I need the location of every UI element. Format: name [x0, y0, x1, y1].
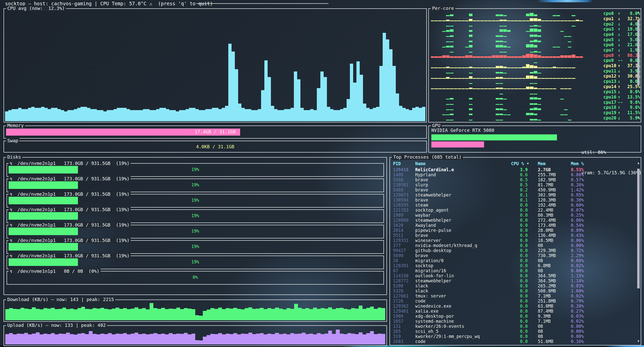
core-usage-item[interactable]: cpu5↓5.6%	[603, 37, 640, 42]
core-usage-item[interactable]: cpu7↓1.9%	[603, 47, 640, 53]
core-usage-item[interactable]: cpu11↓3.9%	[603, 68, 640, 73]
core-usage-item[interactable]: cpu16↑13.5%	[603, 94, 640, 100]
process-row[interactable]: 130584brave0.1120.3MB0.38%	[390, 197, 636, 203]
process-pid: 1989	[393, 213, 415, 218]
chart-bar	[146, 109, 150, 121]
process-gap	[528, 228, 538, 233]
scroll-up-icon[interactable]: ▲	[637, 10, 639, 14]
core-usage-item[interactable]: cpu14↑25.5%	[603, 84, 640, 89]
core-label: cpu13	[603, 79, 618, 84]
core-usage-item[interactable]: cpu18↑9.6%	[603, 105, 640, 110]
chart-bar	[47, 309, 51, 320]
scroll-down-icon[interactable]: ▼	[637, 116, 639, 119]
chart-bar	[317, 309, 321, 320]
core-usage-item[interactable]: cpu15↓0.0%	[603, 89, 640, 94]
scroll-down-icon[interactable]: ▼	[637, 339, 639, 343]
process-row[interactable]: 319kworker/29:1-mm_percpu_wq0.00B0.00%	[390, 334, 636, 339]
process-row[interactable]: 5568brave0.5182.9MB0.57%	[390, 177, 636, 182]
chart-bar	[157, 334, 161, 344]
process-pmem: 0B	[538, 243, 571, 248]
process-row[interactable]: 265scsi_eh_50.00B0.00%	[390, 329, 636, 334]
scroll-up-icon[interactable]: ▲	[637, 161, 639, 165]
process-row[interactable]: 5280slack0.0265.2MB0.83%	[390, 283, 636, 288]
process-row[interactable]: 129418RelicCardinal.e3.92.7GB8.53%	[390, 167, 636, 172]
process-row[interactable]: 128595steam0.0192.4MB0.60%	[390, 203, 636, 208]
process-row[interactable]: 99427github-desktop0.0229.3MB0.72%	[390, 248, 636, 253]
chart-bar	[36, 309, 40, 320]
chart-bar	[313, 308, 317, 320]
chart-bar	[297, 79, 300, 121]
process-row[interactable]: 1909xdg-desktop-por0.09.3MB0.03%	[390, 314, 636, 319]
core-usage-item[interactable]: cpu0↑8.0%	[603, 11, 640, 16]
process-row[interactable]: 20migration/00.00B0.00%	[390, 258, 636, 263]
chart-bar	[127, 334, 131, 344]
process-pid: 131	[393, 324, 415, 329]
process-row[interactable]: 128772steamwebhelper0.0364.5MB1.14%	[390, 278, 636, 283]
chart-bar	[140, 110, 143, 121]
disk-usage-percent: 19%	[7, 229, 383, 234]
core-trend-icon: ↓	[618, 21, 623, 27]
chart-bar	[235, 69, 238, 121]
process-row[interactable]: 5511brave0.0136.4MB0.43%	[390, 233, 636, 238]
core-usage-item[interactable]: cpu13↓0.0%	[603, 79, 640, 84]
core-usage-item[interactable]: cpu9--0.0%	[603, 58, 640, 63]
chart-bar	[12, 109, 15, 121]
core-usage-item[interactable]: cpu20↓5.9%	[603, 115, 640, 120]
download-panel: Download (KB/s) — now: 143 | peak: 2215	[4, 300, 387, 322]
core-usage-item[interactable]: cpu19↑11.5%	[603, 110, 640, 115]
col-mempct[interactable]: Mem %	[571, 161, 636, 166]
core-usage-item[interactable]: cpu4↓17.6%	[603, 32, 640, 37]
process-row[interactable]: 1620Xwayland0.0173.4MB0.54%	[390, 223, 636, 228]
process-row[interactable]: 2726code0.0251.8MB0.79%	[390, 299, 636, 304]
process-row[interactable]: 121783socktop_agent0.022.4MB0.07%	[390, 208, 636, 213]
scrollbar-thumb[interactable]	[637, 19, 640, 85]
scrollbar-thumb[interactable]	[637, 169, 640, 288]
process-row[interactable]: 114330outlook-for-lin0.0364.5MB1.15%	[390, 273, 636, 278]
chart-bar	[340, 334, 344, 344]
process-row[interactable]: 67migration/160.00B0.00%	[390, 268, 636, 273]
process-row[interactable]: 128800steamwebhelper0.0272.4MB0.86%	[390, 218, 636, 223]
process-row[interactable]: 5690brave0.0730.3MB2.29%	[390, 253, 636, 258]
col-mem[interactable]: Mem	[538, 161, 571, 166]
process-pid: 127661	[393, 293, 415, 299]
process-row[interactable]: 1057systemd-machine0.07.1MB0.02%	[390, 319, 636, 324]
chart-bar	[327, 107, 330, 121]
col-cpu[interactable]: CPU % •	[511, 161, 528, 166]
chart-bar	[256, 334, 260, 344]
chart-bar	[379, 66, 383, 121]
process-row[interactable]: 5469brave0.2450.9MB1.42%	[390, 187, 636, 192]
process-row[interactable]: 1989waybar0.080.3MB0.25%	[390, 213, 636, 218]
chart-bar	[97, 309, 100, 320]
core-usage-item[interactable]: cpu1↓32.7%	[603, 16, 640, 21]
process-row[interactable]: 127661tmux: server0.07.1MB0.02%	[390, 293, 636, 299]
process-row[interactable]: 2014pipewire-pulse0.028.0MB0.09%	[390, 228, 636, 233]
chart-bar	[119, 309, 123, 320]
process-row[interactable]: 130581slurp0.581.7MB0.26%	[390, 182, 636, 187]
process-row[interactable]: 131kworker/26:0-events0.00B0.00%	[390, 324, 636, 329]
process-row[interactable]: 2683code0.051.6MB0.16%	[390, 339, 636, 344]
process-row[interactable]: 129073steamwebhelper0.1302.9MB0.95%	[390, 192, 636, 197]
process-row[interactable]: 5320slack0.0508.8MB1.60%	[390, 288, 636, 293]
core-usage-item[interactable]: cpu12↑30.8%	[603, 73, 640, 79]
core-usage-item[interactable]: cpu17--9.8%	[603, 100, 640, 105]
core-usage-item[interactable]: cpu8↑86.3%	[603, 53, 640, 58]
core-trend-icon: ↓	[618, 115, 623, 120]
process-pid: 2726	[393, 299, 415, 304]
disk-icon: ↯	[10, 238, 15, 243]
process-row[interactable]: 1408Hyprland0.6255.7MB0.80%	[390, 172, 636, 177]
gpu-panel: GPU NVIDIA GeForce RTX 5080 util: 86% vr…	[428, 126, 641, 153]
core-usage-item[interactable]: cpu3↑19.6%	[603, 27, 640, 32]
process-row[interactable]: 129331wineserver0.018.5MB0.06%	[390, 238, 636, 243]
process-row[interactable]: 129362winedevice.exe0.063.0MB0.20%	[390, 304, 636, 309]
core-usage-item[interactable]: cpu6↓21.6%	[603, 42, 640, 47]
per-core-scrollbar[interactable]: ▲ ▼	[637, 10, 640, 119]
process-row[interactable]: 128391socktop0.06.8MB0.02%	[390, 263, 636, 268]
core-usage-item[interactable]: cpu10↑37.3%	[603, 63, 640, 68]
process-scrollbar[interactable]: ▲ ▼	[637, 161, 640, 343]
process-row[interactable]: 129401xalia.exe0.087.4MB0.27%	[390, 309, 636, 314]
col-name[interactable]: Name	[415, 161, 511, 166]
process-gap	[528, 268, 538, 273]
col-pid[interactable]: PID	[393, 161, 415, 166]
core-usage-item[interactable]: cpu2↓4.0%	[603, 21, 640, 27]
process-row[interactable]: 377nvidia-modeset/kthread_q0.00B0.00%	[390, 243, 636, 248]
